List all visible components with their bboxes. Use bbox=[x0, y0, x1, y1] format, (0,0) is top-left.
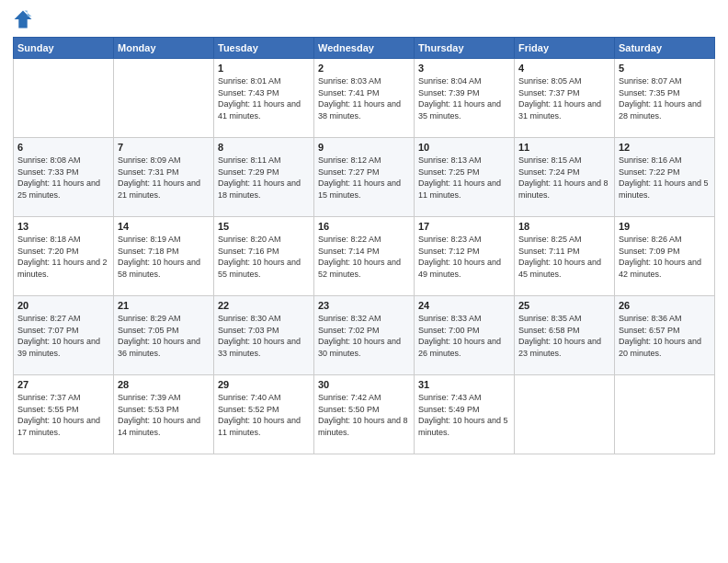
day-info: Sunrise: 8:15 AM Sunset: 7:24 PM Dayligh… bbox=[518, 155, 610, 201]
day-header-friday: Friday bbox=[515, 38, 615, 59]
calendar-cell: 31Sunrise: 7:43 AM Sunset: 5:49 PM Dayli… bbox=[415, 375, 515, 454]
day-info: Sunrise: 8:18 AM Sunset: 7:20 PM Dayligh… bbox=[17, 234, 109, 280]
day-number: 26 bbox=[619, 300, 711, 311]
day-number: 21 bbox=[118, 300, 210, 311]
calendar: SundayMondayTuesdayWednesdayThursdayFrid… bbox=[13, 37, 715, 454]
day-number: 23 bbox=[318, 300, 410, 311]
calendar-cell: 27Sunrise: 7:37 AM Sunset: 5:55 PM Dayli… bbox=[14, 375, 114, 454]
day-number: 1 bbox=[218, 63, 310, 74]
week-row-1: 6Sunrise: 8:08 AM Sunset: 7:33 PM Daylig… bbox=[14, 138, 715, 217]
day-info: Sunrise: 8:36 AM Sunset: 6:57 PM Dayligh… bbox=[619, 313, 711, 359]
day-info: Sunrise: 8:19 AM Sunset: 7:18 PM Dayligh… bbox=[118, 234, 210, 280]
calendar-cell: 26Sunrise: 8:36 AM Sunset: 6:57 PM Dayli… bbox=[615, 296, 715, 375]
day-number: 27 bbox=[17, 379, 109, 390]
calendar-cell: 7Sunrise: 8:09 AM Sunset: 7:31 PM Daylig… bbox=[114, 138, 214, 217]
day-number: 3 bbox=[418, 63, 510, 74]
calendar-cell bbox=[14, 59, 114, 138]
week-row-4: 27Sunrise: 7:37 AM Sunset: 5:55 PM Dayli… bbox=[14, 375, 715, 454]
calendar-header-row: SundayMondayTuesdayWednesdayThursdayFrid… bbox=[14, 38, 715, 59]
day-info: Sunrise: 8:35 AM Sunset: 6:58 PM Dayligh… bbox=[518, 313, 610, 359]
day-info: Sunrise: 8:03 AM Sunset: 7:41 PM Dayligh… bbox=[318, 75, 410, 121]
day-header-tuesday: Tuesday bbox=[214, 38, 314, 59]
day-number: 4 bbox=[518, 63, 610, 74]
day-info: Sunrise: 8:07 AM Sunset: 7:35 PM Dayligh… bbox=[619, 75, 711, 121]
calendar-cell: 24Sunrise: 8:33 AM Sunset: 7:00 PM Dayli… bbox=[415, 296, 515, 375]
day-number: 19 bbox=[619, 221, 711, 232]
calendar-cell: 12Sunrise: 8:16 AM Sunset: 7:22 PM Dayli… bbox=[615, 138, 715, 217]
svg-marker-0 bbox=[15, 11, 32, 29]
day-number: 9 bbox=[318, 142, 410, 153]
day-info: Sunrise: 8:01 AM Sunset: 7:43 PM Dayligh… bbox=[218, 75, 310, 121]
day-number: 15 bbox=[218, 221, 310, 232]
calendar-cell: 3Sunrise: 8:04 AM Sunset: 7:39 PM Daylig… bbox=[415, 59, 515, 138]
day-number: 12 bbox=[619, 142, 711, 153]
day-header-thursday: Thursday bbox=[415, 38, 515, 59]
week-row-0: 1Sunrise: 8:01 AM Sunset: 7:43 PM Daylig… bbox=[14, 59, 715, 138]
day-header-monday: Monday bbox=[114, 38, 214, 59]
day-info: Sunrise: 8:30 AM Sunset: 7:03 PM Dayligh… bbox=[218, 313, 310, 359]
day-info: Sunrise: 8:33 AM Sunset: 7:00 PM Dayligh… bbox=[418, 313, 510, 359]
calendar-cell: 21Sunrise: 8:29 AM Sunset: 7:05 PM Dayli… bbox=[114, 296, 214, 375]
day-header-saturday: Saturday bbox=[615, 38, 715, 59]
day-number: 5 bbox=[619, 63, 711, 74]
day-info: Sunrise: 8:20 AM Sunset: 7:16 PM Dayligh… bbox=[218, 234, 310, 280]
day-info: Sunrise: 8:23 AM Sunset: 7:12 PM Dayligh… bbox=[418, 234, 510, 280]
calendar-cell: 6Sunrise: 8:08 AM Sunset: 7:33 PM Daylig… bbox=[14, 138, 114, 217]
day-info: Sunrise: 8:25 AM Sunset: 7:11 PM Dayligh… bbox=[518, 234, 610, 280]
day-info: Sunrise: 7:37 AM Sunset: 5:55 PM Dayligh… bbox=[17, 392, 109, 438]
day-number: 31 bbox=[418, 379, 510, 390]
day-info: Sunrise: 8:22 AM Sunset: 7:14 PM Dayligh… bbox=[318, 234, 410, 280]
calendar-cell: 25Sunrise: 8:35 AM Sunset: 6:58 PM Dayli… bbox=[515, 296, 615, 375]
day-number: 22 bbox=[218, 300, 310, 311]
day-header-sunday: Sunday bbox=[14, 38, 114, 59]
day-info: Sunrise: 8:04 AM Sunset: 7:39 PM Dayligh… bbox=[418, 75, 510, 121]
day-number: 29 bbox=[218, 379, 310, 390]
logo bbox=[13, 9, 35, 29]
calendar-cell: 5Sunrise: 8:07 AM Sunset: 7:35 PM Daylig… bbox=[615, 59, 715, 138]
calendar-cell: 14Sunrise: 8:19 AM Sunset: 7:18 PM Dayli… bbox=[114, 217, 214, 296]
week-row-2: 13Sunrise: 8:18 AM Sunset: 7:20 PM Dayli… bbox=[14, 217, 715, 296]
calendar-cell: 1Sunrise: 8:01 AM Sunset: 7:43 PM Daylig… bbox=[214, 59, 314, 138]
calendar-cell: 8Sunrise: 8:11 AM Sunset: 7:29 PM Daylig… bbox=[214, 138, 314, 217]
day-info: Sunrise: 8:13 AM Sunset: 7:25 PM Dayligh… bbox=[418, 155, 510, 201]
day-info: Sunrise: 8:26 AM Sunset: 7:09 PM Dayligh… bbox=[619, 234, 711, 280]
calendar-cell: 2Sunrise: 8:03 AM Sunset: 7:41 PM Daylig… bbox=[314, 59, 415, 138]
day-info: Sunrise: 7:42 AM Sunset: 5:50 PM Dayligh… bbox=[318, 392, 410, 438]
calendar-cell: 30Sunrise: 7:42 AM Sunset: 5:50 PM Dayli… bbox=[314, 375, 415, 454]
day-number: 6 bbox=[17, 142, 109, 153]
day-number: 17 bbox=[418, 221, 510, 232]
day-number: 7 bbox=[118, 142, 210, 153]
calendar-cell: 23Sunrise: 8:32 AM Sunset: 7:02 PM Dayli… bbox=[314, 296, 415, 375]
logo-icon bbox=[13, 9, 33, 29]
day-number: 13 bbox=[17, 221, 109, 232]
day-info: Sunrise: 8:09 AM Sunset: 7:31 PM Dayligh… bbox=[118, 155, 210, 201]
calendar-cell: 9Sunrise: 8:12 AM Sunset: 7:27 PM Daylig… bbox=[314, 138, 415, 217]
day-info: Sunrise: 8:32 AM Sunset: 7:02 PM Dayligh… bbox=[318, 313, 410, 359]
day-number: 2 bbox=[318, 63, 410, 74]
calendar-cell bbox=[615, 375, 715, 454]
calendar-cell: 15Sunrise: 8:20 AM Sunset: 7:16 PM Dayli… bbox=[214, 217, 314, 296]
day-number: 28 bbox=[118, 379, 210, 390]
calendar-cell: 22Sunrise: 8:30 AM Sunset: 7:03 PM Dayli… bbox=[214, 296, 314, 375]
calendar-cell: 4Sunrise: 8:05 AM Sunset: 7:37 PM Daylig… bbox=[515, 59, 615, 138]
header bbox=[13, 9, 715, 29]
day-number: 25 bbox=[518, 300, 610, 311]
day-info: Sunrise: 8:08 AM Sunset: 7:33 PM Dayligh… bbox=[17, 155, 109, 201]
day-info: Sunrise: 7:39 AM Sunset: 5:53 PM Dayligh… bbox=[118, 392, 210, 438]
week-row-3: 20Sunrise: 8:27 AM Sunset: 7:07 PM Dayli… bbox=[14, 296, 715, 375]
calendar-cell: 19Sunrise: 8:26 AM Sunset: 7:09 PM Dayli… bbox=[615, 217, 715, 296]
day-number: 14 bbox=[118, 221, 210, 232]
day-number: 8 bbox=[218, 142, 310, 153]
day-number: 16 bbox=[318, 221, 410, 232]
page: SundayMondayTuesdayWednesdayThursdayFrid… bbox=[0, 0, 728, 563]
day-info: Sunrise: 8:12 AM Sunset: 7:27 PM Dayligh… bbox=[318, 155, 410, 201]
day-info: Sunrise: 8:29 AM Sunset: 7:05 PM Dayligh… bbox=[118, 313, 210, 359]
calendar-cell: 17Sunrise: 8:23 AM Sunset: 7:12 PM Dayli… bbox=[415, 217, 515, 296]
day-number: 30 bbox=[318, 379, 410, 390]
day-number: 20 bbox=[17, 300, 109, 311]
calendar-cell: 16Sunrise: 8:22 AM Sunset: 7:14 PM Dayli… bbox=[314, 217, 415, 296]
day-info: Sunrise: 7:43 AM Sunset: 5:49 PM Dayligh… bbox=[418, 392, 510, 438]
day-header-wednesday: Wednesday bbox=[314, 38, 415, 59]
calendar-cell: 11Sunrise: 8:15 AM Sunset: 7:24 PM Dayli… bbox=[515, 138, 615, 217]
calendar-cell: 28Sunrise: 7:39 AM Sunset: 5:53 PM Dayli… bbox=[114, 375, 214, 454]
